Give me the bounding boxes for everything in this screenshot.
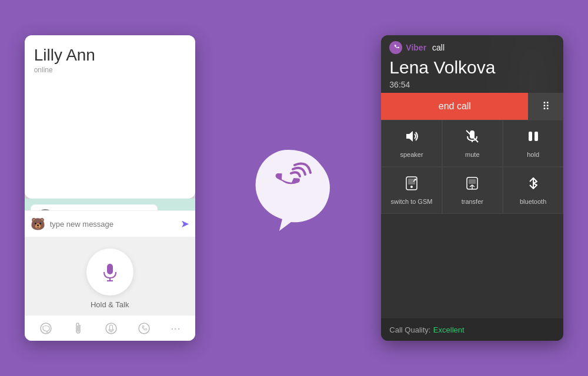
viber-logo-svg: [244, 144, 332, 232]
viber-call-badge: Viber call: [389, 41, 555, 54]
mic-button[interactable]: [86, 249, 133, 296]
keypad-button[interactable]: ⠿: [528, 93, 563, 120]
svg-rect-17: [529, 132, 532, 141]
speaker-label: speaker: [400, 151, 423, 158]
nav-mic-icon[interactable]: [105, 322, 118, 335]
call-duration: 36:54: [389, 80, 555, 89]
transfer-button[interactable]: transfer: [442, 167, 503, 214]
speaker-icon: [404, 129, 419, 147]
emoji-button[interactable]: 🐻: [31, 217, 45, 231]
call-quality-label: Call Quality:: [389, 325, 430, 334]
caller-name: Lena Volkova: [389, 58, 555, 78]
nav-attachment-icon[interactable]: [72, 322, 85, 335]
viber-label: Viber: [406, 43, 426, 52]
left-phone-header: Lilly Ann online: [25, 35, 195, 199]
hold-talk-label: Hold & Talk: [91, 300, 129, 309]
msg-text-1: I'm almost at the concert: [58, 209, 130, 210]
end-call-row: end call ⠿: [381, 93, 563, 120]
mute-icon: [465, 129, 480, 147]
hold-talk-area: Hold & Talk: [25, 237, 195, 315]
contact-status: online: [34, 66, 186, 74]
hold-button[interactable]: hold: [503, 120, 563, 167]
message-input-area: 🐻 ➤: [25, 210, 195, 237]
speaker-button[interactable]: speaker: [381, 120, 442, 167]
viber-icon: [389, 41, 402, 54]
svg-rect-20: [408, 179, 415, 184]
avatar-incoming: [36, 209, 54, 210]
hold-icon: [526, 129, 541, 147]
nav-more-icon[interactable]: ···: [171, 321, 181, 335]
call-quality-value: Excellent: [433, 325, 465, 334]
mute-button[interactable]: mute: [442, 120, 503, 167]
bluetooth-label: bluetooth: [520, 198, 546, 205]
transfer-label: transfer: [462, 198, 483, 205]
switch-gsm-label: switch to GSM: [391, 198, 433, 205]
bluetooth-icon: [526, 176, 541, 194]
end-call-button[interactable]: end call: [381, 93, 528, 120]
svg-rect-6: [107, 264, 113, 274]
call-header: Viber call Lena Volkova 36:54: [381, 35, 563, 93]
nav-chat-icon[interactable]: [39, 322, 52, 335]
send-button[interactable]: ➤: [181, 217, 189, 230]
call-quality: Call Quality: Excellent: [381, 318, 563, 341]
svg-rect-18: [534, 132, 538, 141]
left-phone: Lilly Ann online I'm almost at the conce…: [25, 35, 195, 341]
call-label: call: [432, 43, 445, 52]
message-input[interactable]: [50, 220, 176, 229]
hold-label: hold: [527, 151, 539, 158]
right-phone: Viber call Lena Volkova 36:54 end call ⠿…: [381, 35, 563, 341]
transfer-icon: [465, 176, 480, 194]
bluetooth-button[interactable]: bluetooth: [503, 167, 563, 214]
switch-gsm-button[interactable]: switch to GSM: [381, 167, 442, 214]
bottom-nav: ···: [25, 315, 195, 341]
viber-logo: [244, 144, 332, 232]
svg-rect-11: [110, 325, 113, 330]
call-controls: speaker mute hold switch to GSM: [381, 120, 563, 214]
message-incoming-1: I'm almost at the concert 20:22: [31, 204, 158, 210]
switch-gsm-icon: [404, 176, 419, 194]
contact-name: Lilly Ann: [34, 46, 186, 65]
mute-label: mute: [465, 151, 479, 158]
nav-phone-icon[interactable]: [138, 322, 151, 335]
microphone-icon: [99, 261, 121, 283]
svg-rect-23: [469, 179, 476, 184]
svg-point-21: [410, 186, 413, 188]
chat-area: I'm almost at the concert 20:22 Playing …: [25, 199, 195, 210]
